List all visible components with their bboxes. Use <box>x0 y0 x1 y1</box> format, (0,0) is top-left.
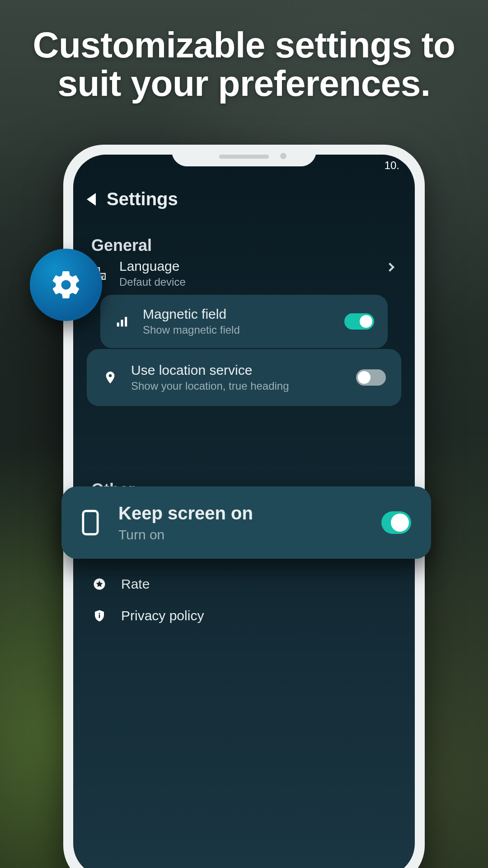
promo-page: Customizable settings to suit your prefe… <box>0 0 488 868</box>
phone-icon <box>81 509 99 536</box>
privacy-label: Privacy policy <box>121 608 204 623</box>
location-subtitle: Show your location, true heading <box>131 380 289 392</box>
row-privacy[interactable]: Privacy policy <box>91 608 397 624</box>
toggle-keep-screen[interactable] <box>381 511 411 534</box>
shield-info-icon <box>91 608 108 624</box>
card-magnetic-field: Magnetic field Show magnetic field <box>100 295 388 348</box>
page-title: Settings <box>107 189 178 209</box>
location-title: Use location service <box>131 363 289 378</box>
svg-rect-9 <box>99 615 100 618</box>
magnetic-subtitle: Show magnetic field <box>143 324 240 336</box>
rate-label: Rate <box>121 576 150 592</box>
card-keep-screen-on: Keep screen on Turn on <box>61 486 431 559</box>
phone-notch <box>172 145 316 166</box>
svg-rect-2 <box>125 317 127 326</box>
location-pin-icon <box>102 369 118 386</box>
svg-rect-11 <box>83 511 98 534</box>
row-rate[interactable]: Rate <box>91 576 397 592</box>
bar-chart-icon <box>114 313 130 330</box>
back-icon[interactable] <box>87 193 96 206</box>
svg-rect-0 <box>117 323 119 327</box>
language-subtitle: Defaut device <box>119 276 186 288</box>
magnetic-title: Magnetic field <box>143 307 240 322</box>
svg-rect-1 <box>121 320 123 326</box>
section-heading-general: General <box>91 236 152 255</box>
card-location: Use location service Show your location,… <box>87 349 401 406</box>
keep-screen-subtitle: Turn on <box>118 527 253 542</box>
svg-rect-10 <box>99 613 100 614</box>
status-time: 10. <box>385 159 399 172</box>
toggle-location[interactable] <box>356 369 386 386</box>
marketing-headline: Customizable settings to suit your prefe… <box>0 26 488 103</box>
keep-screen-title: Keep screen on <box>118 503 253 524</box>
gear-badge <box>30 249 102 321</box>
row-language[interactable]: Language Defaut device <box>91 259 397 288</box>
app-bar: Settings <box>87 189 178 209</box>
gear-icon <box>50 269 82 301</box>
star-circle-icon <box>91 576 108 592</box>
language-title: Language <box>119 259 186 274</box>
toggle-magnetic[interactable] <box>344 313 374 330</box>
